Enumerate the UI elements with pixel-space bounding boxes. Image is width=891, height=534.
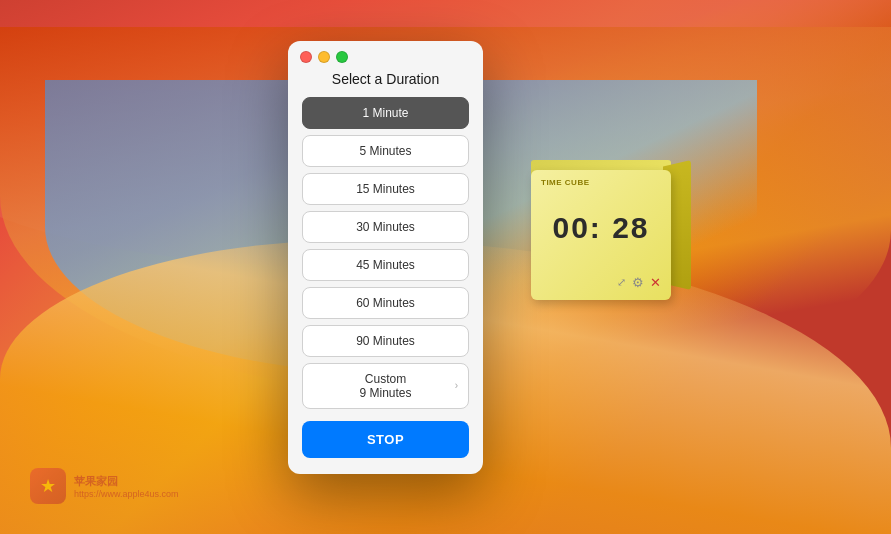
duration-btn-30min[interactable]: 30 Minutes [302, 211, 469, 243]
cube-label: TIME CUBE [541, 178, 661, 187]
duration-btn-60min[interactable]: 60 Minutes [302, 287, 469, 319]
cube-close-icon[interactable]: ✕ [650, 275, 661, 290]
watermark-name: 苹果家园 [74, 474, 179, 489]
minimize-button[interactable] [318, 51, 330, 63]
window-title: Select a Duration [288, 69, 483, 97]
cube-front-face: TIME CUBE 00: 28 ⤢ ⚙ ✕ [531, 170, 671, 300]
stop-button[interactable]: STOP [302, 421, 469, 458]
duration-btn-90min[interactable]: 90 Minutes [302, 325, 469, 357]
watermark-icon: ★ [30, 468, 66, 504]
close-button[interactable] [300, 51, 312, 63]
duration-btn-15min[interactable]: 15 Minutes [302, 173, 469, 205]
cube-container: TIME CUBE 00: 28 ⤢ ⚙ ✕ [531, 160, 691, 310]
custom-label: Custom9 Minutes [359, 372, 411, 400]
watermark-info: 苹果家园 https://www.apple4us.com [74, 474, 179, 499]
chevron-right-icon: › [455, 380, 458, 391]
cube-gear-icon[interactable]: ⚙ [632, 275, 644, 290]
cube-time-display: 00: 28 [541, 211, 661, 245]
zoom-button[interactable] [336, 51, 348, 63]
time-cube-widget: TIME CUBE 00: 28 ⤢ ⚙ ✕ [531, 160, 691, 310]
duration-btn-45min[interactable]: 45 Minutes [302, 249, 469, 281]
duration-btn-custom[interactable]: Custom9 Minutes › [302, 363, 469, 409]
watermark: ★ 苹果家园 https://www.apple4us.com [30, 468, 179, 504]
titlebar [288, 41, 483, 69]
cube-expand-icon[interactable]: ⤢ [617, 276, 626, 289]
duration-btn-1min[interactable]: 1 Minute [302, 97, 469, 129]
duration-button-list: 1 Minute 5 Minutes 15 Minutes 30 Minutes… [288, 97, 483, 409]
star-icon: ★ [40, 475, 56, 497]
duration-window: Select a Duration 1 Minute 5 Minutes 15 … [288, 41, 483, 474]
watermark-url: https://www.apple4us.com [74, 489, 179, 499]
main-content: Select a Duration 1 Minute 5 Minutes 15 … [0, 0, 891, 534]
cube-controls: ⤢ ⚙ ✕ [541, 275, 661, 294]
duration-btn-5min[interactable]: 5 Minutes [302, 135, 469, 167]
